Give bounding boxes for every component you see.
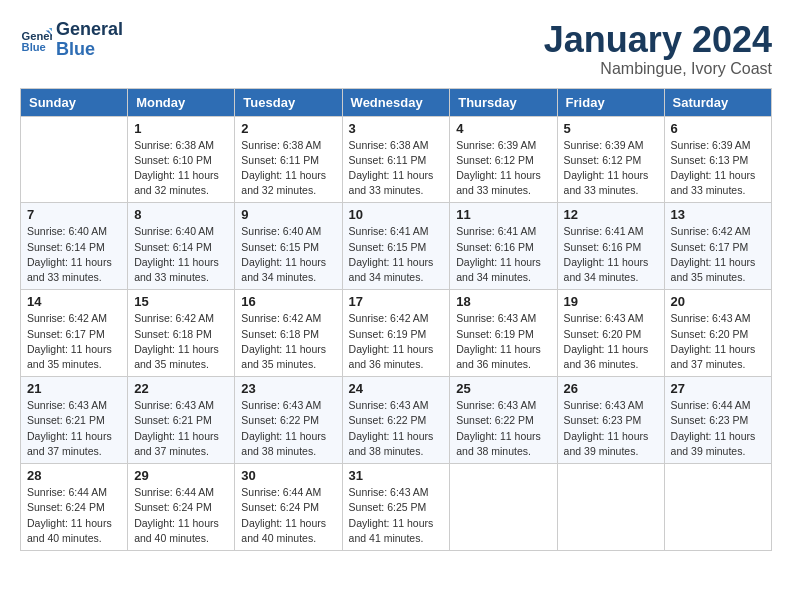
logo-line2: Blue — [56, 40, 123, 60]
svg-text:Blue: Blue — [22, 41, 46, 53]
day-info: Sunrise: 6:40 AMSunset: 6:14 PMDaylight:… — [27, 224, 121, 285]
day-info: Sunrise: 6:44 AMSunset: 6:24 PMDaylight:… — [27, 485, 121, 546]
calendar-cell — [450, 464, 557, 551]
day-info: Sunrise: 6:41 AMSunset: 6:16 PMDaylight:… — [564, 224, 658, 285]
calendar-cell — [21, 116, 128, 203]
day-info: Sunrise: 6:38 AMSunset: 6:10 PMDaylight:… — [134, 138, 228, 199]
calendar-cell: 9Sunrise: 6:40 AMSunset: 6:15 PMDaylight… — [235, 203, 342, 290]
calendar-cell: 29Sunrise: 6:44 AMSunset: 6:24 PMDayligh… — [128, 464, 235, 551]
day-info: Sunrise: 6:38 AMSunset: 6:11 PMDaylight:… — [349, 138, 444, 199]
calendar-cell: 12Sunrise: 6:41 AMSunset: 6:16 PMDayligh… — [557, 203, 664, 290]
day-number: 23 — [241, 381, 335, 396]
day-number: 1 — [134, 121, 228, 136]
calendar-cell: 16Sunrise: 6:42 AMSunset: 6:18 PMDayligh… — [235, 290, 342, 377]
day-info: Sunrise: 6:43 AMSunset: 6:25 PMDaylight:… — [349, 485, 444, 546]
day-number: 28 — [27, 468, 121, 483]
calendar-cell — [664, 464, 771, 551]
calendar-cell: 11Sunrise: 6:41 AMSunset: 6:16 PMDayligh… — [450, 203, 557, 290]
day-info: Sunrise: 6:43 AMSunset: 6:22 PMDaylight:… — [241, 398, 335, 459]
day-number: 22 — [134, 381, 228, 396]
calendar-cell: 22Sunrise: 6:43 AMSunset: 6:21 PMDayligh… — [128, 377, 235, 464]
calendar-cell: 31Sunrise: 6:43 AMSunset: 6:25 PMDayligh… — [342, 464, 450, 551]
calendar-week-2: 7Sunrise: 6:40 AMSunset: 6:14 PMDaylight… — [21, 203, 772, 290]
day-number: 14 — [27, 294, 121, 309]
day-info: Sunrise: 6:42 AMSunset: 6:18 PMDaylight:… — [134, 311, 228, 372]
calendar-cell: 4Sunrise: 6:39 AMSunset: 6:12 PMDaylight… — [450, 116, 557, 203]
calendar-cell: 10Sunrise: 6:41 AMSunset: 6:15 PMDayligh… — [342, 203, 450, 290]
calendar-cell: 18Sunrise: 6:43 AMSunset: 6:19 PMDayligh… — [450, 290, 557, 377]
day-number: 24 — [349, 381, 444, 396]
day-number: 2 — [241, 121, 335, 136]
day-number: 17 — [349, 294, 444, 309]
day-number: 12 — [564, 207, 658, 222]
day-info: Sunrise: 6:43 AMSunset: 6:23 PMDaylight:… — [564, 398, 658, 459]
calendar-cell — [557, 464, 664, 551]
day-number: 13 — [671, 207, 765, 222]
calendar-cell: 13Sunrise: 6:42 AMSunset: 6:17 PMDayligh… — [664, 203, 771, 290]
day-info: Sunrise: 6:44 AMSunset: 6:24 PMDaylight:… — [134, 485, 228, 546]
day-number: 30 — [241, 468, 335, 483]
day-number: 16 — [241, 294, 335, 309]
day-info: Sunrise: 6:39 AMSunset: 6:13 PMDaylight:… — [671, 138, 765, 199]
day-info: Sunrise: 6:43 AMSunset: 6:19 PMDaylight:… — [456, 311, 550, 372]
day-info: Sunrise: 6:43 AMSunset: 6:20 PMDaylight:… — [671, 311, 765, 372]
day-number: 11 — [456, 207, 550, 222]
day-info: Sunrise: 6:42 AMSunset: 6:18 PMDaylight:… — [241, 311, 335, 372]
day-number: 6 — [671, 121, 765, 136]
day-number: 8 — [134, 207, 228, 222]
svg-text:General: General — [22, 30, 52, 42]
calendar-cell: 6Sunrise: 6:39 AMSunset: 6:13 PMDaylight… — [664, 116, 771, 203]
day-info: Sunrise: 6:43 AMSunset: 6:22 PMDaylight:… — [349, 398, 444, 459]
day-info: Sunrise: 6:38 AMSunset: 6:11 PMDaylight:… — [241, 138, 335, 199]
day-number: 25 — [456, 381, 550, 396]
col-header-thursday: Thursday — [450, 88, 557, 116]
day-number: 20 — [671, 294, 765, 309]
col-header-monday: Monday — [128, 88, 235, 116]
calendar-week-4: 21Sunrise: 6:43 AMSunset: 6:21 PMDayligh… — [21, 377, 772, 464]
day-number: 7 — [27, 207, 121, 222]
calendar-cell: 2Sunrise: 6:38 AMSunset: 6:11 PMDaylight… — [235, 116, 342, 203]
col-header-wednesday: Wednesday — [342, 88, 450, 116]
day-number: 21 — [27, 381, 121, 396]
col-header-tuesday: Tuesday — [235, 88, 342, 116]
calendar-cell: 21Sunrise: 6:43 AMSunset: 6:21 PMDayligh… — [21, 377, 128, 464]
calendar-cell: 14Sunrise: 6:42 AMSunset: 6:17 PMDayligh… — [21, 290, 128, 377]
calendar-cell: 24Sunrise: 6:43 AMSunset: 6:22 PMDayligh… — [342, 377, 450, 464]
calendar-body: 1Sunrise: 6:38 AMSunset: 6:10 PMDaylight… — [21, 116, 772, 550]
title-area: January 2024 Nambingue, Ivory Coast — [544, 20, 772, 78]
calendar-table: SundayMondayTuesdayWednesdayThursdayFrid… — [20, 88, 772, 551]
day-info: Sunrise: 6:40 AMSunset: 6:14 PMDaylight:… — [134, 224, 228, 285]
day-number: 9 — [241, 207, 335, 222]
col-header-sunday: Sunday — [21, 88, 128, 116]
day-info: Sunrise: 6:44 AMSunset: 6:23 PMDaylight:… — [671, 398, 765, 459]
calendar-cell: 15Sunrise: 6:42 AMSunset: 6:18 PMDayligh… — [128, 290, 235, 377]
day-info: Sunrise: 6:42 AMSunset: 6:17 PMDaylight:… — [27, 311, 121, 372]
day-info: Sunrise: 6:42 AMSunset: 6:19 PMDaylight:… — [349, 311, 444, 372]
day-number: 4 — [456, 121, 550, 136]
day-info: Sunrise: 6:43 AMSunset: 6:21 PMDaylight:… — [134, 398, 228, 459]
day-number: 3 — [349, 121, 444, 136]
day-number: 27 — [671, 381, 765, 396]
day-number: 31 — [349, 468, 444, 483]
calendar-header-row: SundayMondayTuesdayWednesdayThursdayFrid… — [21, 88, 772, 116]
day-info: Sunrise: 6:44 AMSunset: 6:24 PMDaylight:… — [241, 485, 335, 546]
calendar-cell: 27Sunrise: 6:44 AMSunset: 6:23 PMDayligh… — [664, 377, 771, 464]
logo-text: General Blue — [56, 20, 123, 60]
calendar-cell: 20Sunrise: 6:43 AMSunset: 6:20 PMDayligh… — [664, 290, 771, 377]
day-info: Sunrise: 6:39 AMSunset: 6:12 PMDaylight:… — [456, 138, 550, 199]
calendar-cell: 28Sunrise: 6:44 AMSunset: 6:24 PMDayligh… — [21, 464, 128, 551]
day-number: 29 — [134, 468, 228, 483]
col-header-saturday: Saturday — [664, 88, 771, 116]
calendar-title: January 2024 — [544, 20, 772, 60]
calendar-cell: 7Sunrise: 6:40 AMSunset: 6:14 PMDaylight… — [21, 203, 128, 290]
logo: General Blue General Blue — [20, 20, 123, 60]
calendar-cell: 26Sunrise: 6:43 AMSunset: 6:23 PMDayligh… — [557, 377, 664, 464]
day-number: 15 — [134, 294, 228, 309]
day-info: Sunrise: 6:39 AMSunset: 6:12 PMDaylight:… — [564, 138, 658, 199]
calendar-cell: 23Sunrise: 6:43 AMSunset: 6:22 PMDayligh… — [235, 377, 342, 464]
logo-line1: General — [56, 20, 123, 40]
calendar-week-5: 28Sunrise: 6:44 AMSunset: 6:24 PMDayligh… — [21, 464, 772, 551]
calendar-cell: 8Sunrise: 6:40 AMSunset: 6:14 PMDaylight… — [128, 203, 235, 290]
day-info: Sunrise: 6:43 AMSunset: 6:20 PMDaylight:… — [564, 311, 658, 372]
calendar-cell: 19Sunrise: 6:43 AMSunset: 6:20 PMDayligh… — [557, 290, 664, 377]
